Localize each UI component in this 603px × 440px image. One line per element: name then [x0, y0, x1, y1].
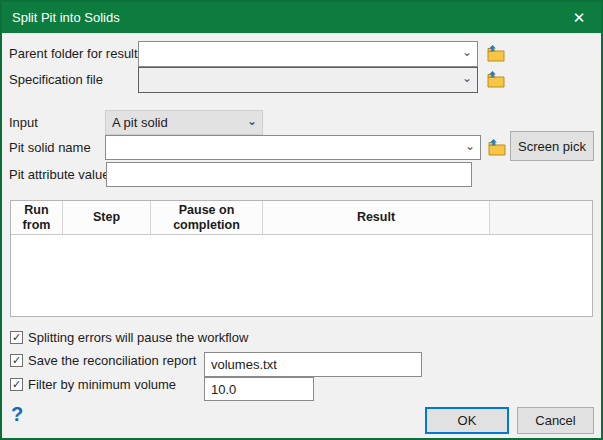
chevron-down-icon[interactable]: ⌄ — [242, 116, 262, 126]
parent-folder-label: Parent folder for results — [9, 41, 144, 66]
column-header-run-from[interactable]: Run from — [11, 201, 63, 234]
input-dropdown[interactable]: A pit solid ⌄ — [105, 110, 263, 135]
column-header-step[interactable]: Step — [63, 201, 151, 234]
parent-folder-browse-button[interactable] — [485, 44, 507, 64]
parent-folder-combobox[interactable]: ⌄ — [138, 41, 478, 67]
window-title: Split Pit into Solids — [2, 10, 120, 25]
folder-open-icon — [486, 138, 508, 158]
filter-volume-checkbox[interactable]: ✓ — [10, 378, 23, 391]
folder-open-icon — [485, 70, 507, 90]
close-icon[interactable]: ✕ — [557, 2, 601, 33]
pit-attribute-value-input[interactable] — [106, 162, 472, 187]
filter-volume-row: ✓ Filter by minimum volume — [10, 377, 176, 392]
splitting-errors-label: Splitting errors will pause the workflow — [28, 330, 248, 345]
pit-attribute-value-label: Pit attribute value — [9, 162, 109, 187]
workflow-steps-table[interactable]: Run from Step Pause on completion Result — [10, 200, 593, 317]
chevron-down-icon[interactable]: ⌄ — [457, 73, 477, 83]
splitting-errors-checkbox[interactable]: ✓ — [10, 331, 23, 344]
specification-file-browse-button[interactable] — [485, 70, 507, 90]
report-filename-input[interactable] — [204, 352, 422, 377]
title-bar: Split Pit into Solids ✕ — [2, 2, 601, 33]
splitting-errors-row: ✓ Splitting errors will pause the workfl… — [10, 330, 248, 345]
folder-open-icon — [485, 44, 507, 64]
screen-pick-button[interactable]: Screen pick — [510, 131, 594, 161]
cancel-button[interactable]: Cancel — [517, 407, 594, 434]
save-report-label: Save the reconciliation report — [28, 353, 196, 368]
table-header-row: Run from Step Pause on completion Result — [11, 201, 592, 235]
minimum-volume-input[interactable] — [204, 377, 314, 401]
help-icon[interactable]: ? — [11, 403, 23, 426]
pit-solid-browse-button[interactable] — [486, 138, 508, 158]
pit-solid-name-label: Pit solid name — [9, 135, 91, 160]
input-selected-value: A pit solid — [106, 115, 242, 130]
chevron-down-icon[interactable]: ⌄ — [457, 47, 477, 57]
specification-file-label: Specification file — [9, 67, 103, 92]
input-label: Input — [9, 110, 38, 135]
column-header-result[interactable]: Result — [263, 201, 490, 234]
column-header-empty — [490, 201, 592, 234]
column-header-pause-on-completion[interactable]: Pause on completion — [151, 201, 263, 234]
chevron-down-icon[interactable]: ⌄ — [460, 141, 480, 151]
filter-volume-label: Filter by minimum volume — [28, 377, 176, 392]
table-body-empty[interactable] — [11, 235, 592, 316]
save-report-checkbox[interactable]: ✓ — [10, 354, 23, 367]
split-pit-dialog: Split Pit into Solids ✕ Parent folder fo… — [0, 0, 603, 440]
save-report-row: ✓ Save the reconciliation report — [10, 353, 196, 368]
specification-file-combobox[interactable]: ⌄ — [138, 67, 478, 93]
ok-button[interactable]: OK — [425, 407, 509, 434]
pit-solid-name-combobox[interactable]: ⌄ — [105, 135, 481, 160]
